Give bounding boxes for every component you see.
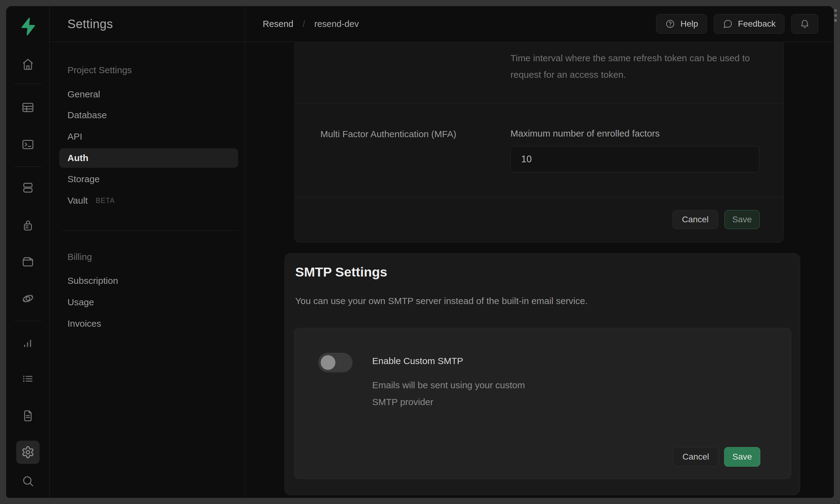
frame-scroll-dot <box>834 9 837 12</box>
message-bubble-icon <box>723 19 733 29</box>
help-button[interactable]: Help <box>656 14 707 34</box>
frame-scroll-dot <box>834 14 837 17</box>
refresh-token-help-text: Time interval where the same refresh tok… <box>511 50 756 83</box>
auth-save-button[interactable]: Save <box>724 210 760 229</box>
breadcrumb: Resend / resend-dev <box>263 19 359 29</box>
bell-icon <box>800 19 810 29</box>
breadcrumb-separator: / <box>303 19 305 29</box>
rail-divider <box>14 84 42 84</box>
smtp-title: SMTP Settings <box>295 265 387 280</box>
sidebar-divider <box>62 230 239 231</box>
sidebar-item-usage[interactable]: Usage <box>67 295 94 309</box>
sidebar-item-storage[interactable]: Storage <box>67 173 100 186</box>
sidebar-item-label: Vault <box>67 195 88 206</box>
max-enrolled-factors-input[interactable] <box>511 146 759 173</box>
breadcrumb-environment[interactable]: resend-dev <box>314 19 359 29</box>
beta-badge: BETA <box>96 197 115 205</box>
rail-divider <box>14 321 42 321</box>
feedback-button-label: Feedback <box>738 19 776 29</box>
logs-icon[interactable] <box>16 367 39 391</box>
section-header-billing: Billing <box>67 250 92 264</box>
smtp-card: Enable Custom SMTP Emails will be sent u… <box>294 328 791 479</box>
feedback-button[interactable]: Feedback <box>714 14 785 34</box>
sidebar-item-invoices[interactable]: Invoices <box>67 317 101 330</box>
auth-cancel-button[interactable]: Cancel <box>673 210 718 229</box>
header-actions: Help Feedback <box>656 14 818 34</box>
app-window: Settings Project Settings General Databa… <box>6 6 834 498</box>
mfa-section-label: Multi Factor Authentication (MFA) <box>320 129 457 139</box>
notifications-button[interactable] <box>791 14 818 34</box>
main-content: Time interval where the same refresh tok… <box>245 42 834 498</box>
sidebar-item-auth[interactable]: Auth <box>67 151 88 165</box>
smtp-save-button[interactable]: Save <box>724 447 760 467</box>
smtp-description: You can use your own SMTP server instead… <box>295 296 588 306</box>
reports-icon[interactable] <box>16 331 39 354</box>
section-header-project-settings: Project Settings <box>67 64 132 77</box>
sidebar-item-api[interactable]: API <box>67 130 82 143</box>
mfa-field-label: Maximum number of enrolled factors <box>511 128 660 139</box>
icon-rail <box>6 6 50 498</box>
sidebar-item-vault[interactable]: Vault BETA <box>67 194 115 207</box>
auth-settings-card: Time interval where the same refresh tok… <box>294 42 784 242</box>
sidebar-item-general[interactable]: General <box>67 88 100 101</box>
supabase-bolt-icon <box>19 17 36 36</box>
docs-icon[interactable] <box>16 404 39 428</box>
enable-custom-smtp-toggle[interactable] <box>318 353 353 372</box>
auth-lock-icon[interactable] <box>16 214 39 237</box>
smtp-cancel-button[interactable]: Cancel <box>673 447 719 467</box>
storage-icon[interactable] <box>16 250 39 273</box>
search-icon[interactable] <box>16 469 39 493</box>
help-circle-icon <box>665 19 675 29</box>
toggle-knob <box>321 355 336 370</box>
database-icon[interactable] <box>16 176 39 199</box>
settings-sidebar: Settings Project Settings General Databa… <box>50 6 245 498</box>
supabase-logo[interactable] <box>6 17 50 36</box>
smtp-settings-panel: SMTP Settings You can use your own SMTP … <box>285 253 800 495</box>
sql-editor-icon[interactable] <box>16 133 39 156</box>
enable-custom-smtp-description: Emails will be sent using your custom SM… <box>372 377 535 410</box>
top-bar: Resend / resend-dev Help Feedback <box>50 6 834 42</box>
help-button-label: Help <box>680 19 698 29</box>
card-divider <box>294 435 791 435</box>
edge-functions-icon[interactable] <box>16 287 39 310</box>
breadcrumb-project[interactable]: Resend <box>263 19 293 29</box>
sidebar-item-subscription[interactable]: Subscription <box>67 274 118 288</box>
settings-icon[interactable] <box>16 440 39 464</box>
enable-custom-smtp-label: Enable Custom SMTP <box>372 356 463 366</box>
card-divider <box>295 197 784 198</box>
frame-scroll-dot <box>834 19 837 22</box>
table-editor-icon[interactable] <box>16 96 39 119</box>
home-icon[interactable] <box>16 53 39 76</box>
card-divider <box>295 103 784 104</box>
sidebar-item-database[interactable]: Database <box>67 108 107 122</box>
